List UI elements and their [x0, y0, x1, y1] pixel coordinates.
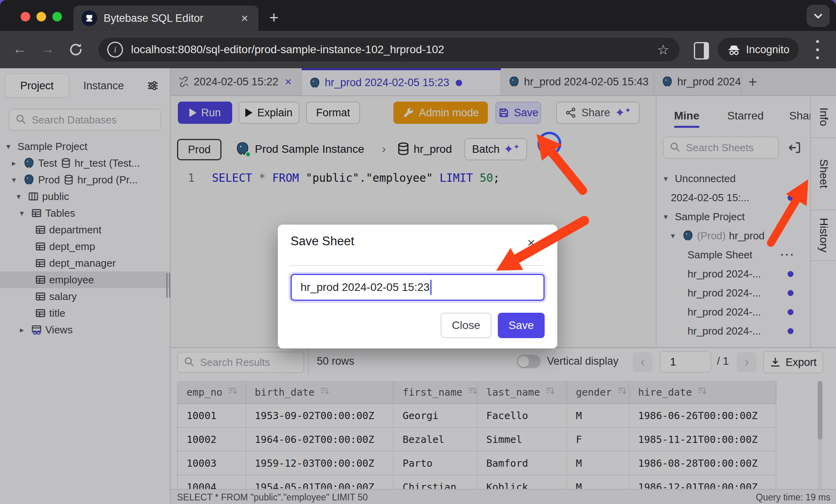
browser-menu-icon[interactable] — [816, 40, 820, 59]
reload-button[interactable] — [68, 42, 83, 61]
side-panel-icon[interactable] — [694, 42, 709, 60]
browser-navbar: ← → i localhost:8080/sql-editor/prod-sam… — [0, 31, 836, 68]
forward-button[interactable]: → — [40, 40, 55, 57]
bytebase-favicon-icon — [81, 10, 97, 26]
new-tab-button[interactable]: + — [265, 9, 283, 26]
dialog-title: Save Sheet — [291, 234, 354, 248]
incognito-icon — [727, 43, 741, 56]
url-text: localhost:8080/sql-editor/prod-sample-in… — [131, 43, 657, 56]
browser-tab[interactable]: Bytebase SQL Editor × — [73, 6, 258, 31]
window-zoom-button[interactable] — [52, 12, 62, 21]
tab-search-chevron-button[interactable] — [807, 5, 830, 27]
address-bar[interactable]: i localhost:8080/sql-editor/prod-sample-… — [98, 38, 680, 62]
site-info-icon[interactable]: i — [107, 42, 123, 58]
dialog-close-icon[interactable]: × — [527, 235, 535, 250]
dialog-save-button[interactable]: Save — [498, 313, 545, 338]
browser-tabstrip: Bytebase SQL Editor × + — [0, 0, 836, 31]
back-button[interactable]: ← — [13, 40, 27, 57]
divider — [291, 265, 545, 266]
sheet-name-input[interactable]: hr_prod 2024-02-05 15:23 — [291, 274, 545, 301]
text-cursor — [430, 280, 431, 295]
window-minimize-button[interactable] — [37, 12, 46, 21]
incognito-badge: Incognito — [718, 38, 799, 62]
browser-tab-close-icon[interactable]: × — [241, 12, 248, 25]
dialog-close-button[interactable]: Close — [441, 313, 491, 338]
incognito-label: Incognito — [746, 44, 790, 56]
bookmark-star-icon[interactable]: ☆ — [657, 42, 669, 58]
browser-chrome: Bytebase SQL Editor × + ← → i localhost:… — [0, 0, 836, 68]
save-sheet-dialog: Save Sheet × hr_prod 2024-02-05 15:23 Cl… — [278, 225, 557, 348]
browser-tab-title: Bytebase SQL Editor — [104, 12, 241, 25]
window-close-button[interactable] — [21, 12, 30, 21]
